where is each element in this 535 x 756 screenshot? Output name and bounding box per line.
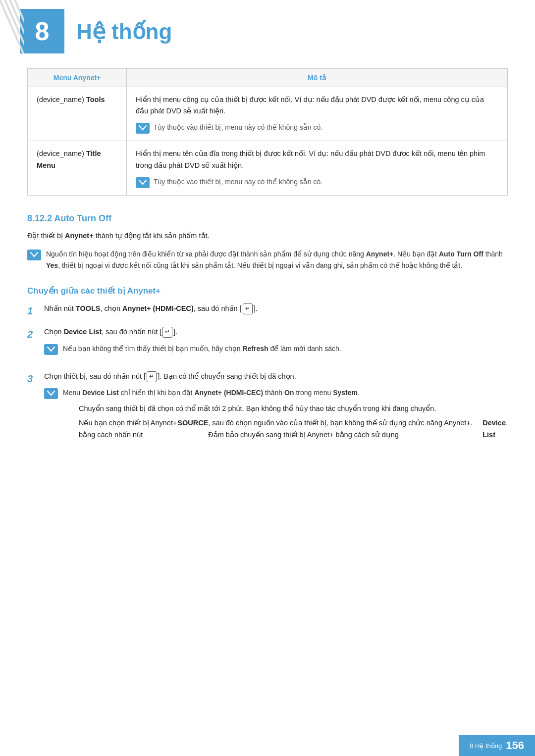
anynet-bold: Anynet+ xyxy=(65,232,94,240)
sub-heading-switch: Chuyển giữa các thiết bị Anynet+ xyxy=(27,286,508,296)
anynet-ref: Anynet+ xyxy=(366,250,394,258)
note-text-1: Tùy thuộc vào thiết bị, menu này có thể … xyxy=(154,122,322,133)
note-row-2: Tùy thuộc vào thiết bị, menu này có thể … xyxy=(136,176,498,188)
svg-line-0 xyxy=(0,0,24,54)
table-header-desc: Mô tả xyxy=(127,69,508,87)
note-row-1: Tùy thuộc vào thiết bị, menu này có thể … xyxy=(136,122,498,134)
note-block-step3: Menu Device List chỉ hiển thị khi bạn đặ… xyxy=(44,387,508,445)
note-text-2: Tùy thuộc vào thiết bị, menu này có thể … xyxy=(154,176,322,187)
source-ref: SOURCE xyxy=(177,417,208,429)
device-list-ref2: Device List xyxy=(82,389,119,397)
menu-label-title: TitleMenu xyxy=(37,150,101,169)
table-row: (device_name) TitleMenu Hiển thị menu tê… xyxy=(28,141,508,195)
table-cell-desc-1: Hiển thị menu công cụ của thiết bị được … xyxy=(127,87,508,141)
system-ref: System xyxy=(333,389,358,397)
note-icon-1 xyxy=(136,123,150,134)
step-3: 3 Chọn thiết bị, sau đó nhấn nút [↵]. Bạ… xyxy=(27,371,508,454)
table-cell-desc-2: Hiển thị menu tên của đĩa trong thiết bị… xyxy=(127,141,508,195)
chapter-badge: 8 xyxy=(20,9,64,53)
note-icon-step3 xyxy=(44,388,58,399)
desc-text-2: Hiển thị menu tên của đĩa trong thiết bị… xyxy=(136,150,485,169)
footer-chapter: 8 Hệ thống xyxy=(470,742,502,750)
refresh-ref: Refresh xyxy=(242,345,268,353)
table-cell-menu-2: (device_name) TitleMenu xyxy=(28,141,127,195)
section-8122-body: Đặt thiết bị Anynet+ thành tự động tắt k… xyxy=(27,230,508,242)
step-1: 1 Nhấn nút TOOLS, chọn Anynet+ (HDMI-CEC… xyxy=(27,303,508,319)
anynet-hdmi-ref: Anynet+ (HDMI-CEC) xyxy=(122,304,194,312)
step-num-2: 2 xyxy=(27,326,41,343)
section-heading-8122: 8.12.2 Auto Turn Off xyxy=(27,213,508,224)
menu-label-tools: Tools xyxy=(86,96,105,103)
on-ref: On xyxy=(284,389,294,397)
note-body-step3: Menu Device List chỉ hiển thị khi bạn đặ… xyxy=(63,387,508,445)
note-block-step2: Nếu bạn không thể tìm thấy thiết bị bạn … xyxy=(44,343,508,355)
footer-badge: 8 Hệ thống 156 xyxy=(459,735,535,756)
note-body-8122: Nguồn tín hiệu hoạt động trên điều khiển… xyxy=(46,249,508,271)
chapter-number: 8 xyxy=(35,16,50,46)
diagonal-decoration xyxy=(0,0,24,54)
yes-ref: Yes xyxy=(46,261,58,269)
step-num-1: 1 xyxy=(27,303,41,319)
table-row: (device_name) Tools Hiển thị menu công c… xyxy=(28,87,508,141)
bullet-item-2: Nếu bạn chọn thiết bị Anynet+ bằng cách … xyxy=(79,417,508,441)
steps-list: 1 Nhấn nút TOOLS, chọn Anynet+ (HDMI-CEC… xyxy=(27,303,508,454)
step-content-2: Chọn Device List, sau đó nhấn nút [↵]. N… xyxy=(44,326,508,364)
step-content-3: Chọn thiết bị, sau đó nhấn nút [↵]. Bạn … xyxy=(44,371,508,454)
step-num-3: 3 xyxy=(27,371,41,387)
bullet-list-step3: Chuyển sang thiết bị đã chọn có thể mất … xyxy=(79,403,508,442)
step-2: 2 Chọn Device List, sau đó nhấn nút [↵].… xyxy=(27,326,508,364)
note-icon-step2 xyxy=(44,344,58,355)
enter-icon-3: ↵ xyxy=(147,371,157,382)
table-header-menu: Menu Anynet+ xyxy=(28,69,127,87)
anynet-table: Menu Anynet+ Mô tả (device_name) Tools H… xyxy=(27,68,508,196)
note-icon-8122 xyxy=(27,250,41,260)
device-list-ref: Device List xyxy=(64,328,102,336)
tools-ref: TOOLS xyxy=(76,304,101,312)
main-content: Menu Anynet+ Mô tả (device_name) Tools H… xyxy=(0,68,535,491)
auto-turn-off-ref: Auto Turn Off xyxy=(439,250,483,258)
enter-icon-1: ↵ xyxy=(243,303,253,314)
page-header: 8 Hệ thống xyxy=(0,0,535,58)
step-content-1: Nhấn nút TOOLS, chọn Anynet+ (HDMI-CEC),… xyxy=(44,303,508,315)
table-cell-menu-1: (device_name) Tools xyxy=(28,87,127,141)
note-icon-2 xyxy=(136,177,150,188)
chapter-title: Hệ thống xyxy=(76,19,172,44)
enter-icon-2: ↵ xyxy=(162,327,172,338)
bullet-item-1: Chuyển sang thiết bị đã chọn có thể mất … xyxy=(79,403,508,415)
footer-page-number: 156 xyxy=(506,739,524,752)
device-list-ref3: Device List xyxy=(482,417,506,441)
note-block-8122: Nguồn tín hiệu hoạt động trên điều khiển… xyxy=(27,249,508,271)
anynet-hdmi-ref2: Anynet+ (HDMI-CEC) xyxy=(194,389,263,397)
page-footer: 8 Hệ thống 156 xyxy=(0,735,535,756)
desc-text-1: Hiển thị menu công cụ của thiết bị được … xyxy=(136,96,484,115)
note-body-step2: Nếu bạn không thể tìm thấy thiết bị bạn … xyxy=(63,343,341,354)
